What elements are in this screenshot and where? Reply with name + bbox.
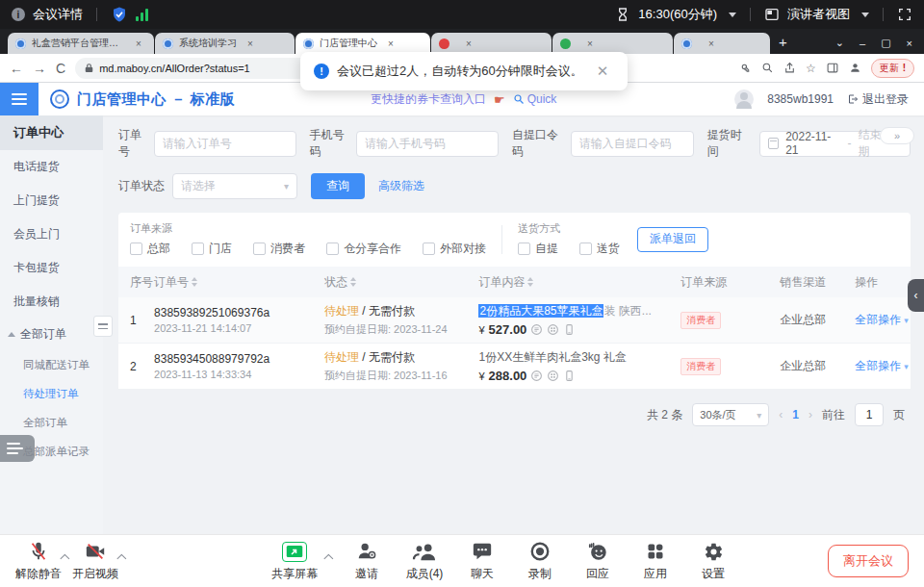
- browser-tab-3-active[interactable]: 门店管理中心 ×: [295, 33, 430, 54]
- floating-list-button[interactable]: [0, 435, 35, 462]
- all-actions-dropdown[interactable]: 全部操作▾: [855, 358, 911, 374]
- pickup-code-input[interactable]: [571, 131, 694, 157]
- window-minimize-icon[interactable]: –: [860, 38, 865, 49]
- record-button[interactable]: 录制: [515, 540, 565, 582]
- quick-search-link[interactable]: Quick: [513, 92, 557, 106]
- browser-tab-4[interactable]: ×: [431, 33, 552, 54]
- reactions-button[interactable]: 回应: [573, 540, 623, 582]
- qrcode-icon[interactable]: [547, 323, 559, 336]
- checkbox-consumer[interactable]: 消费者: [253, 241, 305, 257]
- sort-icon[interactable]: [192, 277, 197, 287]
- receipt-icon[interactable]: [530, 323, 543, 336]
- tab-close-icon[interactable]: ×: [131, 38, 146, 49]
- tab-close-icon[interactable]: ×: [243, 38, 258, 49]
- checkbox-self-pickup[interactable]: 自提: [518, 241, 558, 257]
- window-maximize-icon[interactable]: ▢: [881, 37, 890, 49]
- col-order-no[interactable]: 订单号: [154, 274, 324, 291]
- members-button[interactable]: 成员(4): [399, 540, 449, 582]
- search-button[interactable]: 查询: [311, 173, 365, 199]
- goto-page-input[interactable]: [855, 403, 884, 426]
- table-row[interactable]: 2 83859345088979792a2023-11-13 14:33:34 …: [118, 344, 911, 390]
- checkbox-warehouse-share[interactable]: 仓分享合作: [326, 241, 401, 257]
- profile-icon[interactable]: [849, 62, 861, 74]
- sidebar-item-member-visit[interactable]: 会员上门: [0, 217, 103, 251]
- view-dropdown-icon[interactable]: [861, 13, 869, 17]
- meeting-details-label[interactable]: 会议详情: [33, 6, 83, 23]
- sidebar-item-door-pickup[interactable]: 上门提货: [0, 184, 103, 217]
- fullscreen-icon[interactable]: [897, 7, 912, 22]
- leave-meeting-button[interactable]: 离开会议: [828, 545, 909, 577]
- sidebar-collapse-handle[interactable]: [93, 316, 113, 337]
- user-avatar[interactable]: [734, 89, 754, 109]
- sort-icon[interactable]: [527, 277, 533, 287]
- share-options-caret[interactable]: [323, 554, 333, 564]
- window-close-icon[interactable]: ×: [907, 38, 912, 49]
- sidebar-item-card-pickup[interactable]: 卡包提货: [0, 251, 103, 285]
- current-page[interactable]: 1: [792, 408, 799, 421]
- order-status-select[interactable]: 请选择 ▾: [172, 173, 297, 199]
- sidebar-item-pending-orders[interactable]: 待处理订单: [0, 379, 103, 408]
- sidebar-item-batch-verify[interactable]: 批量核销: [0, 285, 103, 319]
- bookmark-star-icon[interactable]: ☆: [806, 62, 816, 75]
- receipt-icon[interactable]: [530, 370, 543, 382]
- dispatch-return-button[interactable]: 派单退回: [637, 227, 708, 252]
- col-content[interactable]: 订单内容: [478, 274, 680, 291]
- chrome-update-button[interactable]: 更新!: [871, 59, 914, 78]
- zoom-icon[interactable]: [761, 62, 774, 74]
- browser-tab-2[interactable]: 系统培训学习 ×: [155, 33, 295, 54]
- sort-icon[interactable]: [350, 277, 356, 287]
- checkbox-external[interactable]: 外部对接: [423, 241, 486, 257]
- browser-tab-6[interactable]: ×: [674, 33, 770, 54]
- all-actions-dropdown[interactable]: 全部操作▾: [855, 312, 911, 328]
- coupon-entry-link[interactable]: 更快捷的券卡查询入口: [371, 91, 486, 108]
- security-shield-icon[interactable]: [111, 6, 128, 23]
- window-menu-icon[interactable]: ⌄: [835, 37, 844, 49]
- checkbox-delivery[interactable]: 送货: [579, 241, 620, 257]
- browser-tab-1[interactable]: 礼盒营销平台管理中心 ×: [8, 33, 154, 54]
- meeting-panel-handle[interactable]: ‹: [908, 279, 924, 312]
- prev-page-button[interactable]: ‹: [779, 408, 783, 421]
- sidebar-item-phone-pickup[interactable]: 电话提货: [0, 150, 103, 184]
- settings-button[interactable]: 设置: [688, 540, 738, 582]
- share-icon[interactable]: [783, 62, 796, 74]
- checkbox-store[interactable]: 门店: [192, 241, 232, 257]
- checkbox-hq[interactable]: 总部: [130, 241, 170, 257]
- view-mode-label[interactable]: 演讲者视图: [787, 6, 850, 23]
- tab-close-icon[interactable]: ×: [383, 38, 398, 49]
- sidebar-item-all-orders[interactable]: 全部订单: [0, 408, 103, 437]
- forward-icon[interactable]: →: [33, 61, 46, 76]
- phone-icon[interactable]: [563, 323, 576, 336]
- tab-close-icon[interactable]: ×: [582, 38, 598, 49]
- tab-close-icon[interactable]: ×: [704, 38, 719, 49]
- expand-filters-button[interactable]: »: [880, 127, 914, 144]
- tab-close-icon[interactable]: ×: [461, 38, 476, 49]
- unmute-button[interactable]: 解除静音: [13, 540, 64, 582]
- invite-button[interactable]: 邀请: [342, 540, 392, 582]
- apps-button[interactable]: 应用: [630, 540, 680, 582]
- back-icon[interactable]: ←: [10, 61, 23, 76]
- start-date-value[interactable]: 2022-11-21: [785, 130, 840, 157]
- password-key-icon[interactable]: [739, 62, 752, 74]
- sidebar-group-all-orders[interactable]: 全部订单: [0, 319, 103, 350]
- next-page-button[interactable]: ›: [808, 408, 812, 421]
- new-tab-button[interactable]: +: [779, 34, 787, 50]
- menu-hamburger-button[interactable]: [0, 83, 38, 115]
- network-signal-icon[interactable]: [136, 8, 148, 21]
- phone-input[interactable]: [356, 131, 499, 157]
- page-size-select[interactable]: 30条/页▾: [692, 403, 769, 426]
- logout-button[interactable]: 退出登录: [847, 91, 909, 108]
- chat-button[interactable]: 聊天: [457, 540, 507, 582]
- table-row[interactable]: 1 83859389251069376a2023-11-21 14:14:07 …: [118, 297, 911, 344]
- col-status[interactable]: 状态: [324, 274, 478, 291]
- refresh-icon[interactable]: C: [56, 61, 65, 76]
- side-panel-icon[interactable]: [826, 62, 839, 74]
- timer-dropdown-icon[interactable]: [729, 13, 736, 17]
- share-screen-button[interactable]: 共享屏幕: [270, 540, 320, 582]
- start-video-button[interactable]: 开启视频: [70, 540, 120, 582]
- sidebar-item-city-delivery-orders[interactable]: 同城配送订单: [0, 350, 103, 379]
- browser-tab-5[interactable]: ×: [552, 33, 673, 54]
- order-no-input[interactable]: [154, 131, 296, 157]
- qrcode-icon[interactable]: [547, 370, 559, 382]
- advanced-filter-link[interactable]: 高级筛选: [378, 178, 424, 194]
- toast-close-icon[interactable]: ✕: [597, 63, 609, 80]
